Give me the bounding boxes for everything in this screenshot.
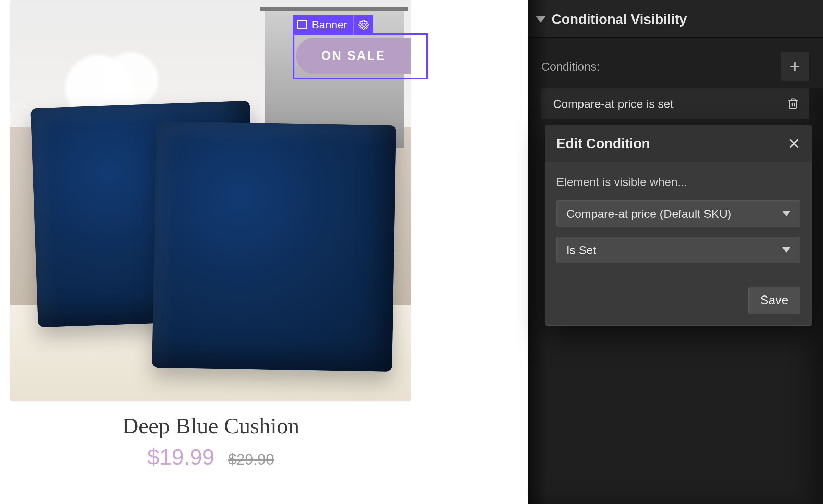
selection-outline [293, 33, 428, 79]
condition-operator-value: Is Set [566, 243, 596, 257]
close-icon: ✕ [788, 135, 800, 152]
chevron-down-icon [782, 247, 790, 253]
popover-hint: Element is visible when... [556, 175, 800, 189]
add-condition-button[interactable]: + [781, 52, 809, 81]
product-card: ON SALE Banner Deep Blue Cushion $19.99 … [10, 0, 411, 470]
chevron-down-icon [782, 211, 790, 216]
cushion-front [152, 121, 396, 372]
conditions-label: Conditions: [541, 60, 600, 73]
condition-row-label: Compare-at price is set [553, 97, 673, 111]
delete-condition-button[interactable] [787, 97, 799, 110]
save-button[interactable]: Save [748, 287, 800, 314]
popover-title: Edit Condition [556, 136, 650, 151]
gear-icon [358, 20, 369, 30]
element-settings-button[interactable] [353, 15, 373, 35]
condition-operator-select[interactable]: Is Set [556, 237, 800, 263]
section-title: Conditional Visibility [552, 12, 687, 27]
price-row: $19.99 $29.90 [10, 444, 411, 470]
product-price: $19.99 [147, 445, 214, 469]
settings-panel: Conditional Visibility Conditions: + Com… [528, 0, 823, 504]
section-conditional-visibility[interactable]: Conditional Visibility [528, 0, 823, 38]
chevron-down-icon [536, 16, 545, 23]
condition-row[interactable]: Compare-at price is set [541, 88, 809, 119]
selection-label[interactable]: Banner [293, 15, 373, 35]
plus-icon: + [790, 56, 800, 77]
selection-label-text: Banner [312, 18, 347, 31]
product-compare-price: $29.90 [228, 451, 274, 468]
condition-field-value: Compare-at price (Default SKU) [566, 207, 732, 220]
design-canvas[interactable]: ON SALE Banner Deep Blue Cushion $19.99 … [0, 0, 528, 504]
condition-field-select[interactable]: Compare-at price (Default SKU) [556, 200, 800, 227]
edit-condition-popover: Edit Condition ✕ Element is visible when… [545, 125, 812, 326]
element-type-icon [297, 20, 307, 29]
product-title: Deep Blue Cushion [10, 413, 411, 439]
close-popover-button[interactable]: ✕ [788, 135, 800, 152]
trash-icon [787, 97, 799, 110]
